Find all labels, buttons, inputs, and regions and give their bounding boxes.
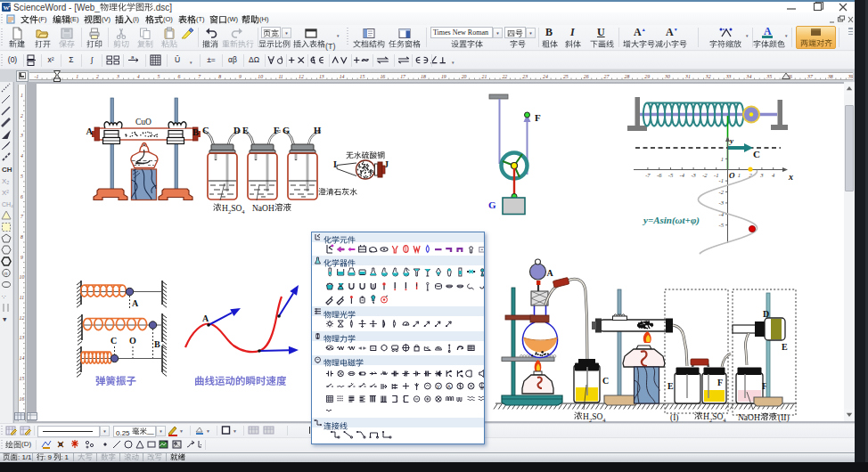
svg-text:CuO: CuO	[135, 118, 151, 126]
svg-text:1: 1	[738, 172, 741, 178]
svg-text:A: A	[447, 383, 451, 388]
svg-text:y: y	[729, 136, 734, 145]
svg-text:D: D	[233, 126, 241, 135]
svg-text:-5: -5	[719, 222, 725, 228]
svg-text:E: E	[667, 381, 674, 391]
svg-text:G: G	[488, 199, 496, 210]
svg-text:A: A	[547, 268, 554, 278]
svg-text:C: C	[753, 149, 760, 159]
svg-text:A: A	[86, 126, 94, 136]
svg-text:H: H	[314, 126, 321, 135]
svg-text:C: C	[202, 126, 209, 135]
svg-text:B: B	[154, 339, 160, 349]
svg-text:-2: -2	[702, 172, 708, 178]
svg-text:-5: -5	[668, 172, 674, 178]
svg-text:-7: -7	[645, 172, 651, 178]
svg-text:-4: -4	[680, 172, 685, 178]
svg-text:-6: -6	[657, 172, 662, 178]
svg-text:E: E	[242, 126, 249, 135]
svg-text:D: D	[763, 309, 769, 319]
svg-text:1: 1	[721, 156, 724, 162]
svg-text:4: 4	[772, 172, 775, 178]
svg-text:E: E	[782, 342, 788, 352]
svg-text:-3: -3	[691, 172, 696, 178]
svg-text:F: F	[274, 126, 279, 135]
svg-text:B: B	[192, 127, 199, 137]
svg-text:I: I	[333, 159, 337, 169]
svg-text:F: F	[535, 112, 541, 123]
svg-text:-2: -2	[719, 189, 725, 195]
svg-text:A: A	[202, 313, 209, 323]
svg-text:-3: -3	[719, 199, 725, 206]
svg-text:C: C	[602, 376, 609, 386]
svg-text:C: C	[111, 336, 117, 346]
svg-text:F: F	[717, 378, 723, 387]
svg-text:y=Asin(ωt+φ): y=Asin(ωt+φ)	[642, 215, 700, 226]
svg-text:V: V	[437, 383, 440, 388]
svg-text:x: x	[788, 172, 793, 182]
svg-text:O: O	[129, 336, 136, 346]
svg-text:3: 3	[759, 172, 764, 178]
svg-text:O: O	[729, 171, 735, 180]
svg-text:A: A	[132, 298, 139, 308]
svg-text:G: G	[283, 126, 290, 135]
svg-text:-1: -1	[719, 177, 724, 183]
